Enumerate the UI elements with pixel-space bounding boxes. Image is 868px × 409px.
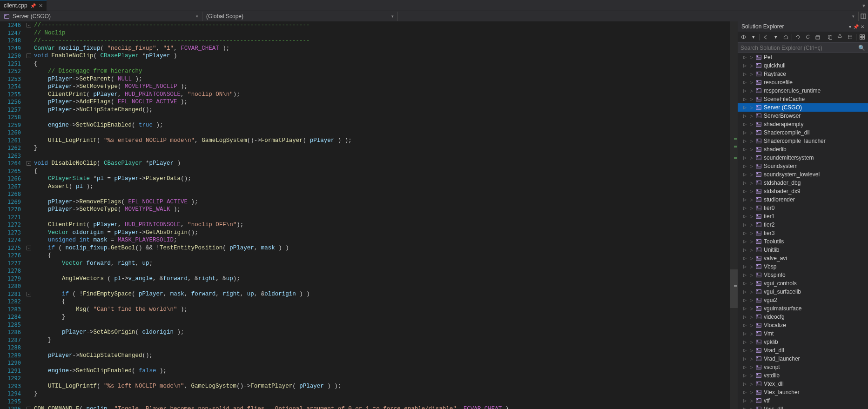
expand-icon-2[interactable]: ▷ bbox=[749, 340, 754, 344]
forward-button[interactable]: ▾ bbox=[772, 33, 780, 41]
tree-item[interactable]: ▷▷Vtex_launcher bbox=[738, 388, 868, 396]
expand-icon[interactable]: ▷ bbox=[742, 323, 747, 328]
expand-icon-2[interactable]: ▷ bbox=[749, 97, 754, 101]
expand-icon-2[interactable]: ▷ bbox=[749, 189, 754, 194]
expand-icon-2[interactable]: ▷ bbox=[749, 390, 754, 395]
tree-item[interactable]: ▷▷SceneFileCache bbox=[738, 95, 868, 103]
expand-icon[interactable]: ▷ bbox=[742, 398, 747, 403]
expand-icon-2[interactable]: ▷ bbox=[749, 181, 754, 185]
expand-icon[interactable]: ▷ bbox=[742, 155, 747, 160]
expand-icon[interactable]: ▷ bbox=[742, 231, 747, 235]
expand-icon[interactable]: ▷ bbox=[742, 373, 747, 378]
expand-icon-2[interactable]: ▷ bbox=[749, 197, 754, 202]
expand-icon-2[interactable]: ▷ bbox=[749, 298, 754, 302]
expand-icon[interactable]: ▷ bbox=[742, 281, 747, 286]
expand-icon[interactable]: ▷ bbox=[742, 172, 747, 177]
tree-item[interactable]: ▷▷Vvis_dll bbox=[738, 405, 868, 409]
expand-icon-2[interactable]: ▷ bbox=[749, 139, 754, 143]
expand-icon-2[interactable]: ▷ bbox=[749, 105, 754, 110]
tree-item[interactable]: ▷▷soundemittersystem bbox=[738, 154, 868, 162]
expand-icon[interactable]: ▷ bbox=[742, 256, 747, 261]
expand-icon-2[interactable]: ▷ bbox=[749, 63, 754, 68]
tree-item[interactable]: ▷▷resourcefile bbox=[738, 78, 868, 87]
code-editor[interactable]: 1246 1247 1248 1249 1250 1251 1252 1253 … bbox=[0, 21, 738, 409]
tree-item[interactable]: ▷▷Vrad_dll bbox=[738, 346, 868, 355]
expand-icon[interactable]: ▷ bbox=[742, 189, 747, 194]
tree-item[interactable]: ▷▷tier1 bbox=[738, 212, 868, 221]
expand-icon[interactable]: ▷ bbox=[742, 197, 747, 202]
expand-icon-2[interactable]: ▷ bbox=[749, 323, 754, 328]
tree-item[interactable]: ▷▷vpklib bbox=[738, 338, 868, 346]
expand-icon[interactable]: ▷ bbox=[742, 298, 747, 302]
home-icon-button[interactable] bbox=[781, 33, 789, 41]
tree-item[interactable]: ▷▷stdshader_dx9 bbox=[738, 187, 868, 195]
expand-icon[interactable]: ▷ bbox=[742, 130, 747, 135]
expand-icon[interactable]: ▷ bbox=[742, 114, 747, 118]
tree-item[interactable]: ▷▷Pet bbox=[738, 53, 868, 61]
expand-icon-2[interactable]: ▷ bbox=[749, 55, 754, 60]
close-icon[interactable]: ✕ bbox=[39, 3, 43, 9]
expand-icon-2[interactable]: ▷ bbox=[749, 239, 754, 244]
fold-toggle[interactable]: - bbox=[27, 161, 31, 166]
refresh-button[interactable] bbox=[804, 33, 812, 41]
tree-item[interactable]: ▷▷Vrad_launcher bbox=[738, 355, 868, 363]
pin-icon[interactable]: 📌 bbox=[853, 24, 859, 29]
expand-icon-2[interactable]: ▷ bbox=[749, 315, 754, 319]
fold-toggle[interactable]: - bbox=[27, 23, 31, 27]
expand-icon-2[interactable]: ▷ bbox=[749, 356, 754, 361]
toolbar-dropdown[interactable]: ▾ bbox=[749, 33, 757, 41]
expand-icon[interactable]: ▷ bbox=[742, 289, 747, 294]
preview-button[interactable] bbox=[846, 33, 854, 41]
expand-icon-2[interactable]: ▷ bbox=[749, 206, 754, 210]
search-icon[interactable]: 🔍 bbox=[858, 45, 865, 51]
expand-icon-2[interactable]: ▷ bbox=[749, 172, 754, 177]
tree-item[interactable]: ▷▷responserules_runtime bbox=[738, 87, 868, 95]
tree-item[interactable]: ▷▷vgui2 bbox=[738, 296, 868, 304]
expand-icon[interactable]: ▷ bbox=[742, 222, 747, 227]
tree-item[interactable]: ▷▷Vtex_dll bbox=[738, 380, 868, 388]
expand-icon[interactable]: ▷ bbox=[742, 97, 747, 101]
tree-item[interactable]: ▷▷shaderlib bbox=[738, 145, 868, 154]
tree-item[interactable]: ▷▷vstdlib bbox=[738, 371, 868, 380]
tree-item[interactable]: ▷▷tier3 bbox=[738, 229, 868, 237]
expand-icon[interactable]: ▷ bbox=[742, 331, 747, 336]
expand-icon[interactable]: ▷ bbox=[742, 239, 747, 244]
tree-item[interactable]: ▷▷Shadercompile_launcher bbox=[738, 137, 868, 145]
expand-icon[interactable]: ▷ bbox=[742, 181, 747, 185]
expand-icon-2[interactable]: ▷ bbox=[749, 365, 754, 369]
expand-icon-2[interactable]: ▷ bbox=[749, 231, 754, 235]
expand-icon[interactable]: ▷ bbox=[742, 273, 747, 277]
expand-icon[interactable]: ▷ bbox=[742, 264, 747, 269]
expand-icon[interactable]: ▷ bbox=[742, 55, 747, 60]
scope-selector[interactable]: (Global Scope) ▾ bbox=[202, 12, 398, 21]
expand-icon[interactable]: ▷ bbox=[742, 214, 747, 219]
tree-item[interactable]: ▷▷videocfg bbox=[738, 313, 868, 321]
document-tab-client-cpp[interactable]: client.cpp 📌 ✕ bbox=[0, 0, 47, 11]
tree-item[interactable]: ▷▷quickhull bbox=[738, 61, 868, 70]
tree-item[interactable]: ▷▷Raytrace bbox=[738, 70, 868, 78]
expand-icon-2[interactable]: ▷ bbox=[749, 348, 754, 353]
member-selector[interactable]: ▾ bbox=[398, 12, 859, 21]
solution-tree[interactable]: ▷▷Pet▷▷quickhull▷▷Raytrace▷▷resourcefile… bbox=[738, 53, 868, 409]
expand-icon-2[interactable]: ▷ bbox=[749, 281, 754, 286]
tree-item[interactable]: ▷▷Shadercompile_dll bbox=[738, 128, 868, 137]
solution-search[interactable]: 🔍 bbox=[738, 43, 868, 53]
expand-icon[interactable]: ▷ bbox=[742, 164, 747, 168]
expand-icon[interactable]: ▷ bbox=[742, 80, 747, 85]
expand-icon[interactable]: ▷ bbox=[742, 390, 747, 395]
expand-icon-2[interactable]: ▷ bbox=[749, 398, 754, 403]
fold-toggle[interactable]: - bbox=[27, 292, 31, 296]
expand-icon-2[interactable]: ▷ bbox=[749, 155, 754, 160]
expand-icon-2[interactable]: ▷ bbox=[749, 147, 754, 152]
expand-icon[interactable]: ▷ bbox=[742, 72, 747, 76]
tree-item[interactable]: ▷▷tier0 bbox=[738, 204, 868, 212]
expand-icon[interactable]: ▷ bbox=[742, 315, 747, 319]
expand-icon-2[interactable]: ▷ bbox=[749, 382, 754, 386]
properties-button[interactable] bbox=[836, 33, 844, 41]
home-button[interactable] bbox=[740, 33, 747, 41]
expand-icon-2[interactable]: ▷ bbox=[749, 256, 754, 261]
tree-item[interactable]: ▷▷Soundsystem bbox=[738, 162, 868, 170]
panel-titlebar[interactable]: Solution Explorer ▾ 📌 ✕ bbox=[738, 21, 868, 32]
pin-icon[interactable]: 📌 bbox=[30, 3, 36, 8]
expand-icon-2[interactable]: ▷ bbox=[749, 122, 754, 127]
